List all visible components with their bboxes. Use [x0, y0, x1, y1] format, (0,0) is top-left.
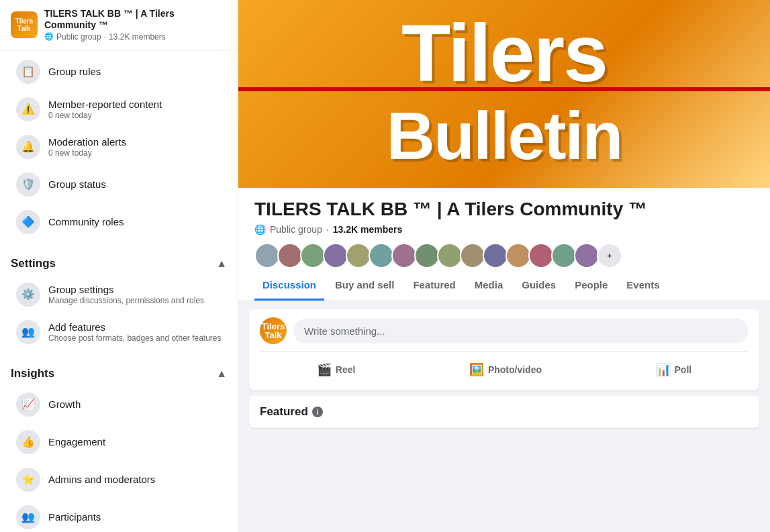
moderation-alerts-sub: 0 new today — [48, 148, 126, 158]
group-header[interactable]: TilersTalk TILERS TALK BB ™ | A Tilers C… — [0, 0, 238, 50]
group-type: Public group — [56, 32, 101, 42]
insights-chevron-icon[interactable]: ▲ — [216, 368, 227, 380]
sidebar-item-member-reported[interactable]: ⚠️ Member-reported content 0 new today — [5, 91, 232, 128]
member-avatar — [277, 243, 303, 268]
poll-button[interactable]: 📊 Poll — [645, 357, 703, 382]
community-roles-label: Community roles — [48, 216, 124, 227]
engagement-label: Engagement — [48, 436, 105, 447]
member-avatar — [574, 243, 599, 268]
add-features-label: Add features — [48, 321, 222, 333]
member-avatar — [300, 243, 326, 268]
member-avatar — [528, 243, 554, 268]
photo-video-label: Photo/video — [488, 364, 542, 375]
sidebar-item-group-settings[interactable]: ⚙️ Group settings Manage discussions, pe… — [5, 276, 232, 313]
member-avatar — [506, 243, 531, 268]
featured-info-icon[interactable]: i — [312, 407, 323, 417]
group-meta: 🌐 Public group · 13.2K members — [44, 32, 227, 42]
more-members-avatar[interactable]: + — [597, 243, 622, 268]
featured-section: Featured i — [249, 396, 759, 428]
group-info-block: TILERS TALK BB ™ | A Tilers Community ™ … — [44, 8, 227, 42]
settings-chevron-icon[interactable]: ▲ — [216, 258, 227, 270]
group-info-section: TILERS TALK BB ™ | A Tilers Community ™ … — [238, 188, 770, 270]
group-type-main: Public group — [270, 224, 322, 235]
post-composer: TilersTalk Write something... 🎬 Reel 🖼️ … — [249, 309, 759, 390]
sidebar-item-community-roles[interactable]: 🔷 Community roles — [5, 203, 232, 241]
growth-label: Growth — [48, 398, 81, 410]
composer-input[interactable]: Write something... — [293, 319, 749, 343]
featured-title: Featured — [260, 405, 308, 419]
member-avatar — [323, 243, 348, 268]
photo-video-button[interactable]: 🖼️ Photo/video — [459, 357, 552, 382]
status-icon: 🛡️ — [16, 172, 40, 197]
member-avatar — [437, 243, 463, 268]
composer-actions: 🎬 Reel 🖼️ Photo/video 📊 Poll — [260, 351, 749, 382]
tab-media[interactable]: Media — [467, 270, 512, 301]
tabs-bar: DiscussionBuy and sellFeaturedMediaGuide… — [238, 270, 770, 301]
participants-label: Participants — [48, 511, 101, 523]
group-settings-sub: Manage discussions, permissions and role… — [48, 296, 204, 305]
sidebar-item-group-rules[interactable]: 📋 Group rules — [5, 53, 232, 91]
members-row: + — [254, 243, 754, 270]
member-avatar — [460, 243, 485, 268]
reel-button[interactable]: 🎬 Reel — [306, 357, 367, 382]
sidebar-item-engagement[interactable]: 👍 Engagement — [5, 423, 232, 461]
featured-header: Featured i — [260, 405, 749, 419]
insights-title: Insights — [11, 367, 54, 380]
cover-tilers-text: Tilers — [401, 7, 607, 99]
sidebar-item-moderation-alerts[interactable]: 🔔 Moderation alerts 0 new today — [5, 128, 232, 166]
tab-guides[interactable]: Guides — [514, 270, 564, 301]
moderation-section: 📋 Group rules ⚠️ Member-reported content… — [0, 50, 238, 244]
group-members-count: 13.2K members — [109, 32, 166, 42]
composer-top: TilersTalk Write something... — [260, 317, 749, 344]
member-reported-sub: 0 new today — [48, 111, 162, 120]
cover-bulletin-text: Bulletin — [387, 97, 622, 174]
tab-people[interactable]: People — [567, 270, 616, 301]
rules-icon: 📋 — [16, 60, 40, 84]
cover-photo: Tilers Bulletin — [238, 0, 770, 188]
alerts-icon: 🔔 — [16, 135, 40, 159]
sidebar-item-growth[interactable]: 📈 Growth — [5, 386, 232, 423]
member-avatar — [346, 243, 371, 268]
member-avatar — [414, 243, 440, 268]
group-rules-label: Group rules — [48, 66, 101, 77]
reel-label: Reel — [336, 364, 356, 375]
group-avatar: TilersTalk — [11, 11, 38, 38]
tab-discussion[interactable]: Discussion — [254, 270, 324, 301]
member-avatar — [483, 243, 508, 268]
settings-section: ⚙️ Group settings Manage discussions, pe… — [0, 273, 238, 354]
sidebar-item-add-features[interactable]: 👥 Add features Choose post formats, badg… — [5, 313, 232, 351]
insights-section-header: Insights ▲ — [0, 359, 238, 383]
member-avatar — [254, 243, 280, 268]
sidebar-item-participants[interactable]: 👥 Participants — [5, 498, 232, 532]
admins-label: Admins and moderators — [48, 474, 155, 485]
add-features-sub: Choose post formats, badges and other fe… — [48, 333, 222, 343]
settings-icon: ⚙️ — [16, 282, 40, 307]
globe-public-icon: 🌐 — [254, 224, 266, 235]
cover-red-line — [238, 87, 770, 91]
admins-icon: ⭐ — [16, 468, 40, 492]
settings-title: Settings — [11, 257, 56, 270]
sidebar-item-admins-moderators[interactable]: ⭐ Admins and moderators — [5, 461, 232, 498]
settings-section-header: Settings ▲ — [0, 249, 238, 273]
members-count-main: 13.2K members — [333, 224, 403, 235]
composer-avatar: TilersTalk — [260, 317, 287, 344]
reported-icon: ⚠️ — [16, 97, 40, 121]
globe-icon: 🌐 — [44, 32, 54, 41]
group-title: TILERS TALK BB ™ | A Tilers Community ™ — [254, 199, 754, 220]
features-icon: 👥 — [16, 320, 40, 344]
tab-events[interactable]: Events — [618, 270, 667, 301]
poll-label: Poll — [675, 364, 692, 375]
roles-icon: 🔷 — [16, 210, 40, 234]
participants-icon: 👥 — [16, 505, 40, 529]
reel-icon: 🎬 — [317, 362, 332, 377]
member-avatar — [369, 243, 394, 268]
member-avatar — [551, 243, 577, 268]
group-settings-label: Group settings — [48, 284, 204, 295]
tab-buy-sell[interactable]: Buy and sell — [327, 270, 402, 301]
insights-section: 📈 Growth 👍 Engagement ⭐ Admins and moder… — [0, 383, 238, 532]
sidebar-group-name: TILERS TALK BB ™ | A Tilers Community ™ — [44, 8, 227, 31]
tab-featured[interactable]: Featured — [405, 270, 463, 301]
sidebar-item-group-status[interactable]: 🛡️ Group status — [5, 166, 232, 203]
group-status-label: Group status — [48, 178, 106, 190]
poll-icon: 📊 — [656, 362, 671, 377]
